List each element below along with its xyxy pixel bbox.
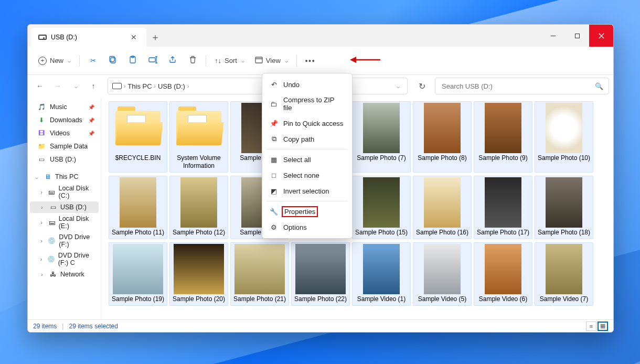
content-area[interactable]: $RECYCLE.BIN System Volume Information S… — [101, 97, 613, 319]
chevron-right-icon: › — [187, 83, 189, 89]
search-box[interactable]: 🔍 — [435, 78, 609, 94]
nav-back-button[interactable]: ← — [32, 78, 48, 94]
new-label: New — [50, 57, 63, 65]
file-item[interactable]: System Volume Information — [169, 101, 228, 173]
svg-rect-8 — [149, 58, 155, 62]
chevron-right-icon: › — [38, 238, 45, 244]
menu-item-options[interactable]: ⚙ Options — [265, 219, 349, 235]
maximize-button[interactable] — [565, 25, 589, 47]
selnone-icon: □ — [270, 171, 278, 179]
file-name: Sample Photo (12) — [173, 229, 225, 238]
chevron-right-icon: › — [38, 272, 46, 277]
sidebar-quick-item[interactable]: 🎞 Videos📌 — [30, 127, 99, 140]
file-item[interactable]: Sample Photo (18) — [535, 176, 593, 239]
crumb-root[interactable]: This PC — [127, 82, 152, 90]
sort-button[interactable]: ↑↓ Sort ⌵ — [210, 53, 249, 68]
file-item[interactable]: Sample Photo (17) — [474, 176, 532, 239]
file-item[interactable]: Sample Video (1) — [352, 242, 411, 306]
sidebar-tree-item[interactable]: › 💿 DVD Drive (F:) — [30, 232, 99, 250]
tab-close-button[interactable]: ✕ — [129, 31, 139, 44]
view-icons-button[interactable]: ▦ — [598, 322, 608, 331]
file-item[interactable]: Sample Video (5) — [413, 242, 472, 306]
paste-button[interactable] — [124, 52, 142, 70]
sidebar-this-pc[interactable]: ⌵ 🖥 This PC — [30, 171, 99, 183]
menu-item-pin[interactable]: 📌 Pin to Quick access — [265, 115, 349, 131]
menu-item-zip[interactable]: 🗀 Compress to ZIP file — [265, 92, 349, 115]
new-button[interactable]: + New ⌵ — [34, 53, 75, 68]
view-button[interactable]: View ⌵ — [251, 53, 292, 68]
file-name: System Volume Information — [171, 154, 227, 171]
menu-item-copypath[interactable]: ⧉ Copy path — [265, 131, 349, 147]
file-item[interactable]: Sample Photo (7) — [352, 101, 411, 173]
refresh-button[interactable]: ↻ — [414, 78, 430, 94]
cut-button[interactable]: ✂ — [84, 52, 102, 70]
file-item[interactable]: Sample Video (6) — [474, 242, 532, 306]
nav-recent-button[interactable]: ⌵ — [68, 78, 83, 94]
breadcrumb[interactable]: › This PC › USB (D:) › ⌵ — [108, 78, 408, 94]
file-item[interactable]: Sample Photo (11) — [109, 176, 167, 239]
window-tab[interactable]: USB (D:) ✕ — [31, 28, 146, 47]
file-item[interactable]: $RECYCLE.BIN — [109, 101, 167, 173]
menu-item-selnone[interactable]: □ Select none — [265, 167, 349, 183]
file-name: Sample Photo (16) — [416, 229, 468, 238]
file-item[interactable]: Sample Photo (10) — [535, 101, 593, 173]
delete-button[interactable] — [184, 52, 201, 70]
file-item[interactable]: Sample Video (7) — [535, 242, 593, 306]
copy-button[interactable] — [104, 52, 122, 70]
file-item[interactable]: Sample Photo (12) — [169, 176, 228, 239]
file-name: Sample Video (1) — [357, 295, 406, 304]
file-item[interactable]: Sample Photo (16) — [413, 176, 472, 239]
sidebar: 🎵 Music📌 ⬇ Downloads📌 🎞 Videos📌 📁 Sample… — [28, 97, 101, 319]
svg-rect-12 — [255, 57, 262, 63]
sidebar-item-label: Local Disk (E:) — [59, 215, 97, 230]
file-name: Sample Video (5) — [418, 295, 467, 304]
file-item[interactable]: Sample Photo (8) — [413, 101, 472, 173]
titlebar: USB (D:) ✕ ＋ — [28, 25, 613, 47]
sidebar-quick-item[interactable]: 📁 Sample Data — [30, 140, 99, 153]
props-icon: 🔧 — [270, 207, 278, 216]
chevron-down-icon[interactable]: ⌵ — [393, 83, 403, 89]
scissors-icon: ✂ — [90, 57, 96, 65]
new-tab-button[interactable]: ＋ — [146, 28, 164, 47]
menu-item-selinv[interactable]: ◩ Invert selection — [265, 183, 349, 199]
nav-forward-button[interactable]: → — [50, 78, 66, 94]
file-item[interactable]: Sample Photo (15) — [352, 176, 411, 239]
file-item[interactable]: Sample Photo (22) — [291, 242, 350, 306]
plus-circle-icon: + — [38, 57, 47, 65]
minimize-button[interactable] — [541, 25, 565, 47]
sidebar-tree-item[interactable]: › ▭ USB (D:) — [30, 201, 99, 213]
search-input[interactable] — [441, 82, 595, 91]
sidebar-tree-item[interactable]: › 🖧 Network — [30, 269, 99, 280]
sidebar-quick-item[interactable]: ▭ USB (D:) — [30, 153, 99, 166]
crumb-current[interactable]: USB (D:) — [158, 82, 185, 90]
sidebar-quick-item[interactable]: ⬇ Downloads📌 — [30, 114, 99, 126]
menu-item-selall[interactable]: ▦ Select all — [265, 152, 349, 167]
menu-item-undo[interactable]: ↶ Undo — [265, 77, 349, 92]
chevron-right-icon: › — [38, 205, 46, 210]
sort-icon: ↑↓ — [215, 57, 221, 65]
rename-button[interactable] — [144, 52, 162, 70]
file-item[interactable]: Sample Photo (21) — [230, 242, 289, 306]
more-button[interactable]: ••• — [301, 53, 320, 68]
nav-up-button[interactable]: ↑ — [86, 78, 101, 94]
file-item[interactable]: Sample Photo (20) — [169, 242, 228, 306]
sidebar-quick-item[interactable]: 🎵 Music📌 — [30, 101, 99, 113]
rename-icon — [148, 56, 157, 66]
file-name: Sample Photo (11) — [112, 229, 164, 238]
sidebar-item-label: Local Disk (C:) — [59, 185, 97, 199]
file-item[interactable]: Sample Photo (9) — [474, 101, 532, 173]
sidebar-item-label: Videos — [50, 130, 70, 137]
undo-icon: ↶ — [270, 80, 278, 89]
view-details-button[interactable]: ≡ — [586, 322, 596, 331]
copy-icon — [109, 56, 117, 66]
menu-item-label: Copy path — [283, 135, 314, 143]
file-item[interactable]: Sample Photo (19) — [109, 242, 167, 306]
share-button[interactable] — [164, 52, 182, 70]
sidebar-tree-item[interactable]: › 🖴 Local Disk (E:) — [30, 213, 99, 231]
sidebar-tree-item[interactable]: › 🖴 Local Disk (C:) — [30, 183, 99, 201]
menu-item-props[interactable]: 🔧 Properties — [265, 204, 349, 219]
share-icon — [168, 56, 177, 66]
sidebar-item-label: DVD Drive (F:) — [59, 233, 97, 248]
close-button[interactable] — [589, 25, 613, 47]
sidebar-tree-item[interactable]: › 💿 DVD Drive (F:) C — [30, 250, 99, 268]
